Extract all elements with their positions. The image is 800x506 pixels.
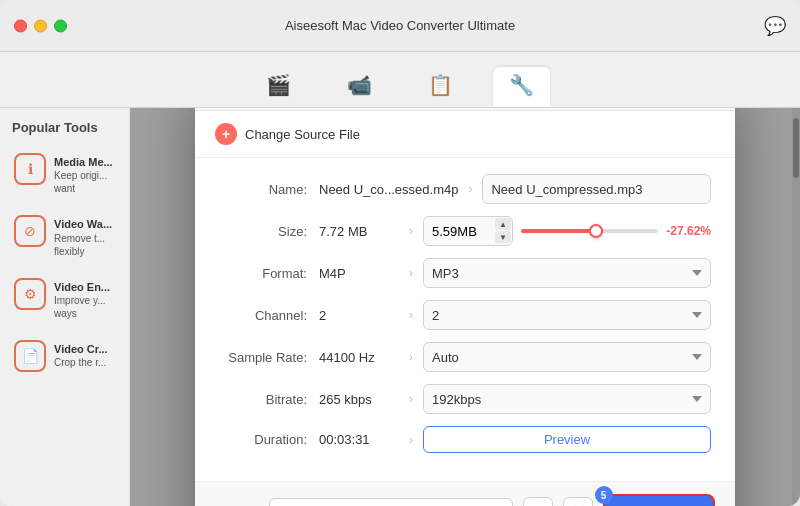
videocr-icon: 📄: [14, 340, 46, 372]
size-slider[interactable]: [521, 229, 658, 233]
arrow-icon: ›: [468, 182, 472, 196]
arrow-icon: ›: [409, 350, 413, 364]
stepper-down[interactable]: ▼: [495, 231, 511, 243]
size-slider-wrap: -27.62%: [521, 224, 711, 238]
sidebar-title: Popular Tools: [8, 120, 121, 135]
videoen-icon: ⚙: [14, 278, 46, 310]
preview-button[interactable]: Preview: [423, 426, 711, 453]
sidebar-item-videowm[interactable]: ⊘ Video Wa...Remove t... flexibly: [8, 207, 121, 265]
format-source-value: M4P: [319, 266, 399, 281]
sidebar-item-text: Video En...Improve y... ways: [54, 278, 115, 320]
sidebar-item-media[interactable]: ℹ Media Me...Keep origi... want: [8, 145, 121, 203]
more-options-button[interactable]: ···: [523, 497, 553, 506]
videowm-icon: ⊘: [14, 215, 46, 247]
name-input[interactable]: [482, 174, 711, 204]
convert-icon: 🎬: [266, 73, 291, 97]
toolbox-icon: 🔧: [509, 73, 534, 97]
modal-overlay: Audio Compressor + Change Source File Na…: [130, 108, 800, 506]
duration-label: Duration:: [219, 432, 319, 447]
arrow-icon: ›: [409, 433, 413, 447]
sidebar-item-videoen[interactable]: ⚙ Video En...Improve y... ways: [8, 270, 121, 328]
arrow-icon: ›: [409, 308, 413, 322]
duration-value: 00:03:31: [319, 432, 399, 447]
arrow-icon: ›: [409, 224, 413, 238]
sample-rate-label: Sample Rate:: [219, 350, 319, 365]
slider-thumb: [589, 224, 603, 238]
size-stepper: ▲ ▼: [495, 218, 511, 243]
stepper-up[interactable]: ▲: [495, 218, 511, 230]
change-source-label: Change Source File: [245, 127, 360, 142]
collage-icon: 📋: [428, 73, 453, 97]
add-source-icon: +: [215, 123, 237, 145]
format-label: Format:: [219, 266, 319, 281]
name-source-value: Need U_co...essed.m4p: [319, 182, 458, 197]
sidebar: Popular Tools ℹ Media Me...Keep origi...…: [0, 108, 130, 506]
format-select[interactable]: MP3 AAC FLAC WAV: [423, 258, 711, 288]
channel-row: Channel: 2 › 2 1: [219, 300, 711, 330]
sidebar-item-text: Video Wa...Remove t... flexibly: [54, 215, 115, 257]
size-label: Size:: [219, 224, 319, 239]
compress-wrap: 5 Compress: [603, 494, 715, 506]
close-button[interactable]: [14, 19, 27, 32]
content-area: Popular Tools ℹ Media Me...Keep origi...…: [0, 108, 800, 506]
sidebar-item-text: Video Cr...Crop the r...: [54, 340, 108, 369]
sample-rate-select[interactable]: Auto 44100 Hz 48000 Hz: [423, 342, 711, 372]
compress-button[interactable]: Compress: [603, 494, 715, 506]
mv-icon: 📹: [347, 73, 372, 97]
arrow-icon: ›: [409, 266, 413, 280]
size-percent: -27.62%: [666, 224, 711, 238]
media-icon: ℹ: [14, 153, 46, 185]
save-path: /Users/ihappyacethinker/Movies/Audio Com…: [269, 498, 513, 506]
bitrate-label: Bitrate:: [219, 392, 319, 407]
sidebar-item-videocr[interactable]: 📄 Video Cr...Crop the r...: [8, 332, 121, 380]
arrow-icon: ›: [409, 392, 413, 406]
change-source-button[interactable]: + Change Source File: [195, 111, 735, 158]
tab-convert[interactable]: 🎬: [250, 67, 307, 107]
size-input-wrap: ▲ ▼: [423, 216, 513, 246]
size-right: ▲ ▼ -27.62%: [423, 216, 711, 246]
minimize-button[interactable]: [34, 19, 47, 32]
sample-rate-row: Sample Rate: 44100 Hz › Auto 44100 Hz 48…: [219, 342, 711, 372]
tab-collage[interactable]: 📋: [412, 67, 469, 107]
size-source-value: 7.72 MB: [319, 224, 399, 239]
dialog-footer: Save to: /Users/ihappyacethinker/Movies/…: [195, 481, 735, 506]
bitrate-row: Bitrate: 265 kbps › 192kbps 128kbps 320k…: [219, 384, 711, 414]
name-row: Name: Need U_co...essed.m4p ›: [219, 174, 711, 204]
tab-mv[interactable]: 📹: [331, 67, 388, 107]
main-content: Audio Compressor + Change Source File Na…: [130, 108, 800, 506]
folder-browse-button[interactable]: 📁: [563, 497, 593, 506]
title-bar: Aiseesoft Mac Video Converter Ultimate 💬: [0, 0, 800, 52]
audio-compressor-dialog: Audio Compressor + Change Source File Na…: [195, 108, 735, 506]
channel-label: Channel:: [219, 308, 319, 323]
bitrate-source-value: 265 kbps: [319, 392, 399, 407]
message-icon[interactable]: 💬: [764, 15, 786, 37]
compress-badge: 5: [595, 486, 613, 504]
app-title: Aiseesoft Mac Video Converter Ultimate: [285, 18, 515, 33]
maximize-button[interactable]: [54, 19, 67, 32]
form-area: Name: Need U_co...essed.m4p › Size: 7.72…: [195, 158, 735, 481]
channel-source-value: 2: [319, 308, 399, 323]
dialog-header: Audio Compressor: [195, 108, 735, 111]
name-label: Name:: [219, 182, 319, 197]
bitrate-select[interactable]: 192kbps 128kbps 320kbps: [423, 384, 711, 414]
sidebar-item-text: Media Me...Keep origi... want: [54, 153, 115, 195]
app-window: Aiseesoft Mac Video Converter Ultimate 💬…: [0, 0, 800, 506]
duration-row: Duration: 00:03:31 › Preview: [219, 426, 711, 453]
size-row: Size: 7.72 MB › ▲ ▼: [219, 216, 711, 246]
toolbar: 🎬 📹 📋 🔧: [0, 52, 800, 108]
format-row: Format: M4P › MP3 AAC FLAC WAV: [219, 258, 711, 288]
channel-select[interactable]: 2 1: [423, 300, 711, 330]
sample-rate-source-value: 44100 Hz: [319, 350, 399, 365]
tab-toolbox[interactable]: 🔧: [493, 67, 550, 107]
traffic-lights: [14, 19, 67, 32]
